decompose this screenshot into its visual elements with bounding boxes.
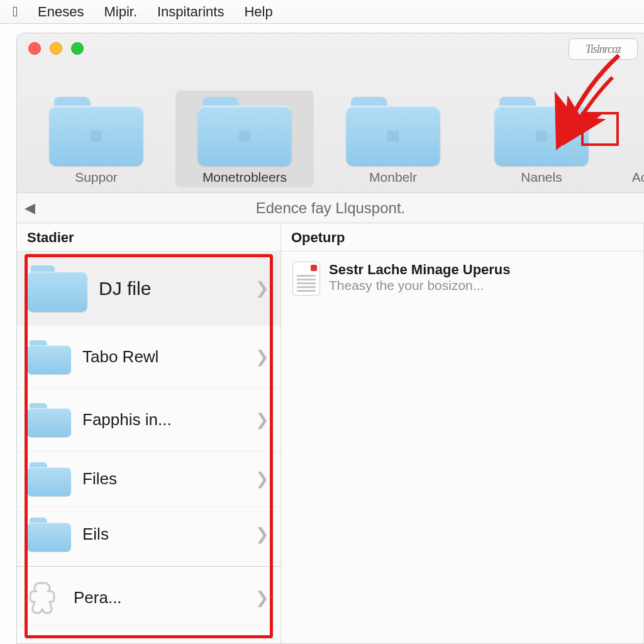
minimize-button[interactable]: [50, 42, 62, 55]
chevron-right-icon: ❯: [255, 469, 269, 489]
list-item-label: Pera...: [74, 588, 244, 608]
separator: [17, 566, 280, 567]
column-browser: Stadier DJ file ❯ Tabo Rewl ❯: [17, 223, 644, 643]
document-subtitle: Theasy the your bosizon...: [329, 278, 511, 293]
folder-list: DJ file ❯ Tabo Rewl ❯ Fapphis in... ❯: [17, 252, 280, 626]
list-item-label: Eils: [82, 525, 244, 544]
list-item[interactable]: Fapphis in... ❯: [17, 389, 280, 452]
folder-icon: [27, 462, 71, 496]
maximize-button[interactable]: [71, 42, 84, 55]
folder-label: Suppor: [75, 170, 118, 185]
system-menubar:  Eneses Mipir. Inspitarints Help: [0, 0, 644, 24]
list-item[interactable]: Eils ❯: [17, 507, 280, 562]
folder-icon: [27, 403, 71, 437]
column-left: Stadier DJ file ❯ Tabo Rewl ❯: [17, 223, 281, 643]
column-header: Opeturp: [281, 223, 643, 252]
folder-icon: [49, 97, 143, 166]
path-title: Edence fay Llquspont.: [256, 199, 406, 217]
chevron-right-icon: ❯: [255, 279, 269, 298]
folder-icon: [27, 265, 87, 312]
toolbar-folder[interactable]: Monetrobleers: [175, 91, 314, 187]
menubar-item[interactable]: Help: [244, 4, 272, 20]
folder-label: Nanels: [521, 170, 562, 185]
application-icon: [27, 580, 62, 616]
folder-icon: [27, 340, 71, 374]
menubar-item[interactable]: Inspitarints: [157, 4, 224, 20]
folder-icon: [27, 518, 71, 552]
apple-logo-icon[interactable]: : [13, 4, 18, 20]
folder-icon: [197, 97, 292, 166]
toolbar-folder[interactable]: Ac: [621, 164, 644, 187]
list-item[interactable]: Pera... ❯: [17, 570, 280, 626]
document-icon: [292, 262, 320, 296]
finder-window: Tislnrcaz Suppor Monetrobleers Monbelr N…: [16, 33, 644, 644]
window-controls: [28, 42, 84, 55]
path-bar: ◀ Edence fay Llquspont.: [17, 193, 644, 223]
column-header: Stadier: [17, 223, 280, 252]
annotation-arrow-icon: [550, 52, 625, 149]
window-toolbar: Tislnrcaz Suppor Monetrobleers Monbelr N…: [17, 33, 644, 193]
document-title: Sestr Lache Minage Uperus: [329, 262, 511, 278]
close-button[interactable]: [28, 42, 41, 55]
list-item-label: Tabo Rewl: [82, 347, 244, 367]
list-item-label: DJ file: [99, 278, 244, 299]
chevron-right-icon: ❯: [255, 525, 269, 544]
folder-label: Ac: [632, 170, 644, 185]
toolbar-folder[interactable]: Monbelr: [324, 91, 462, 187]
chevron-right-icon: ❯: [255, 347, 269, 367]
chevron-right-icon: ❯: [255, 410, 269, 430]
menubar-item[interactable]: Mipir.: [104, 4, 137, 20]
list-item-label: Fapphis in...: [82, 410, 244, 430]
toolbar-folder[interactable]: Suppor: [27, 91, 165, 187]
menubar-item[interactable]: Eneses: [38, 4, 84, 20]
list-item[interactable]: Tabo Rewl ❯: [17, 326, 280, 389]
list-item[interactable]: Sestr Lache Minage Uperus Theasy the you…: [281, 252, 643, 306]
chevron-right-icon: ❯: [255, 588, 269, 608]
column-right: Opeturp Sestr Lache Minage Uperus Theasy…: [281, 223, 644, 643]
list-item-label: Files: [82, 469, 244, 489]
list-item[interactable]: Files ❯: [17, 452, 280, 507]
folder-label: Monetrobleers: [203, 170, 287, 185]
folder-label: Monbelr: [369, 170, 417, 185]
folder-icon: [346, 97, 440, 166]
back-button[interactable]: ◀: [17, 200, 42, 216]
list-item[interactable]: DJ file ❯: [17, 252, 280, 326]
